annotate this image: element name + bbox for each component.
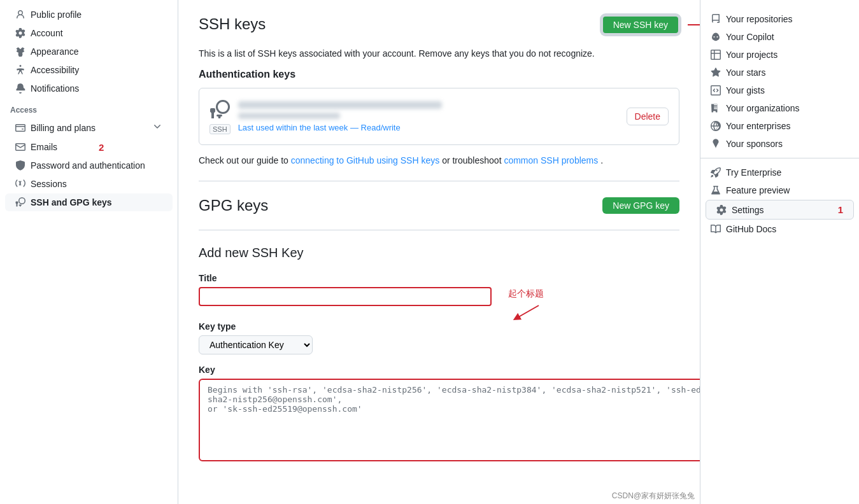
sidebar-item-label: Password and authentication (31, 160, 145, 171)
ssh-problems-link[interactable]: common SSH problems (504, 155, 598, 165)
key-title-blurred (238, 101, 442, 109)
sidebar-item-label: Accessibility (31, 65, 79, 75)
right-panel-item-copilot[interactable]: Your Copilot (700, 28, 859, 46)
annotation-3-group: 3 (685, 18, 700, 31)
bell-icon (15, 83, 25, 94)
right-panel-item-organizations[interactable]: Your organizations (700, 99, 859, 117)
title-form-row: Title 起个标题 (199, 273, 679, 321)
right-panel-item-sponsors[interactable]: Your sponsors (700, 135, 859, 153)
add-ssh-title: Add new SSH Key (199, 246, 679, 260)
right-panel-item-github-docs[interactable]: GitHub Docs (700, 220, 859, 238)
watermark: CSDN@家有妍妍张兔兔 (607, 488, 700, 504)
org-icon (711, 103, 721, 113)
ssh-key-item: SSH Last used within the last week — Rea… (199, 88, 679, 145)
annotation-title-group: 起个标题 (507, 288, 545, 321)
right-panel-item-label: Your stars (726, 67, 766, 78)
right-panel-item-label: Your organizations (726, 103, 799, 113)
new-gpg-button[interactable]: New GPG key (602, 197, 679, 214)
sidebar-item-label: Emails (31, 142, 57, 152)
sidebar-item-label: Sessions (31, 179, 67, 189)
sidebar-item-appearance[interactable]: Appearance (5, 43, 173, 60)
page-title: SSH keys (199, 15, 266, 33)
divider (700, 158, 859, 158)
right-panel-item-feature-preview[interactable]: Feature preview (700, 181, 859, 199)
sidebar-item-notifications[interactable]: Notifications (5, 80, 173, 97)
right-panel-item-label: Settings (732, 205, 764, 215)
right-panel-item-label: Feature preview (726, 185, 790, 195)
paintbrush-icon (15, 46, 25, 57)
gear-icon (15, 28, 25, 38)
sidebar-item-password-auth[interactable]: Password and authentication (5, 157, 173, 174)
right-panel-item-settings[interactable]: Settings 1 (706, 200, 854, 220)
key-icon (15, 197, 25, 207)
star-icon (711, 67, 721, 78)
globe-icon (711, 121, 721, 131)
key-icon-wrapper: SSH (209, 99, 231, 134)
sidebar-item-label: Billing and plans (31, 123, 96, 133)
title-group: Title (199, 273, 492, 306)
sidebar-item-billing[interactable]: Billing and plans (5, 118, 173, 137)
sidebar-item-ssh-gpg[interactable]: SSH and GPG keys (5, 193, 173, 211)
key-svg-icon (209, 99, 230, 122)
annotation-2: 2 (99, 142, 104, 153)
right-panel-item-repositories[interactable]: Your repositories (700, 10, 859, 28)
right-panel-item-label: GitHub Docs (726, 224, 776, 234)
person-icon (15, 10, 25, 20)
right-panel-item-label: Your Copilot (726, 32, 774, 42)
sidebar-item-accessibility[interactable]: Accessibility (5, 61, 173, 79)
key-textarea[interactable]: Begins with 'ssh-rsa', 'ecdsa-sha2-nistp… (199, 379, 700, 461)
copilot-icon (711, 32, 721, 42)
right-panel-item-label: Try Enterprise (726, 167, 781, 178)
key-group: Key Begins with 'ssh-rsa', 'ecdsa-sha2-n… (199, 365, 700, 463)
main-content: SSH keys New SSH key 3 This is a list of… (178, 0, 700, 504)
key-type-group: Key type Authentication Key (199, 321, 679, 354)
sidebar-item-emails[interactable]: Emails 2 (5, 138, 173, 156)
right-panel-item-label: Your enterprises (726, 121, 790, 131)
right-panel-item-projects[interactable]: Your projects (700, 46, 859, 64)
right-panel: Your repositories Your Copilot Your proj… (700, 0, 859, 504)
right-panel-item-stars[interactable]: Your stars (700, 64, 859, 81)
key-type-label: Key type (199, 321, 679, 332)
right-panel-item-label: Your sponsors (726, 139, 783, 149)
access-section-label: Access (0, 98, 178, 117)
code-icon (711, 85, 721, 95)
ssh-guide-link[interactable]: connecting to GitHub using SSH keys (291, 155, 439, 165)
heart-icon (711, 139, 721, 149)
sidebar-item-sessions[interactable]: Sessions (5, 175, 173, 193)
rocket-icon (711, 167, 721, 178)
sidebar-item-label: Account (31, 28, 63, 38)
sidebar-item-account[interactable]: Account (5, 24, 173, 42)
sidebar-item-label: SSH and GPG keys (31, 197, 112, 207)
new-ssh-wrapper: New SSH key 3 (602, 15, 679, 34)
chevron-down-icon (152, 122, 162, 134)
right-panel-item-try-enterprise[interactable]: Try Enterprise (700, 164, 859, 181)
right-panel-item-label: Your projects (726, 50, 777, 60)
right-panel-item-enterprises[interactable]: Your enterprises (700, 117, 859, 135)
guide-text: Check out our guide to connecting to Git… (199, 155, 679, 165)
annotation-1: 1 (838, 204, 843, 215)
key-subtitle-blurred (238, 113, 340, 119)
ssh-header: SSH keys New SSH key 3 (199, 15, 679, 38)
right-panel-item-label: Your repositories (726, 14, 793, 24)
delete-key-button[interactable]: Delete (627, 108, 669, 125)
title-input[interactable] (199, 287, 492, 306)
key-type-label: SSH (209, 124, 231, 134)
page-description: This is a list of SSH keys associated wi… (199, 48, 679, 59)
new-ssh-button[interactable]: New SSH key (602, 15, 679, 34)
right-panel-item-gists[interactable]: Your gists (700, 81, 859, 99)
table-icon (711, 50, 721, 60)
key-label: Key (199, 365, 700, 375)
add-ssh-section: Add new SSH Key Title 起个标题 Key type Auth… (199, 230, 679, 473)
sidebar: Public profile Account Appearance Access… (0, 0, 178, 504)
credit-card-icon (15, 123, 25, 133)
title-label: Title (199, 273, 492, 283)
shield-icon (15, 160, 25, 171)
key-type-select[interactable]: Authentication Key (199, 335, 313, 354)
auth-keys-title: Authentication keys (199, 69, 679, 80)
annotation-arrow-title (507, 302, 545, 321)
beaker-icon (711, 185, 721, 195)
gear-settings-icon (716, 205, 727, 215)
sidebar-item-label: Appearance (31, 46, 79, 57)
book-icon (711, 224, 721, 234)
sidebar-item-public-profile[interactable]: Public profile (5, 6, 173, 24)
